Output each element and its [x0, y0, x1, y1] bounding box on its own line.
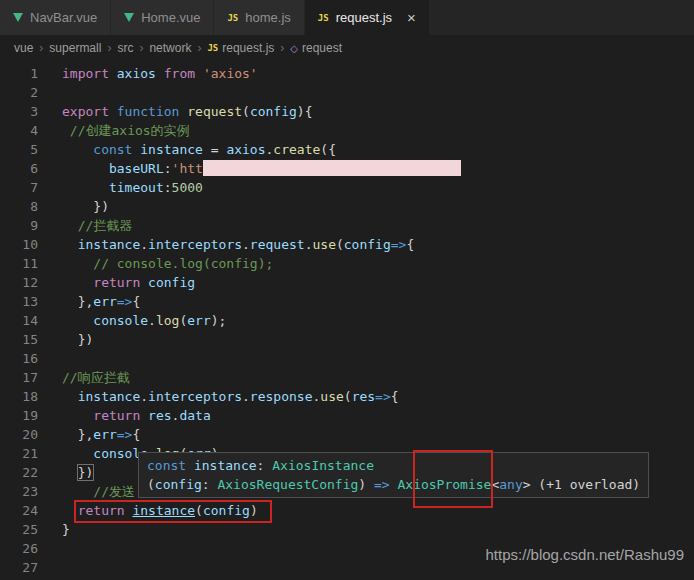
code-token — [62, 408, 93, 423]
code-token — [62, 142, 93, 157]
line-number: 7 — [0, 178, 38, 197]
code-token — [62, 313, 93, 328]
code-line-5[interactable]: const instance = axios.create({ — [62, 140, 461, 159]
code-token — [109, 104, 117, 119]
breadcrumb-separator: › — [280, 41, 284, 55]
tooltip-line: const instance: AxiosInstance — [147, 456, 640, 475]
code-area[interactable]: import axios from 'axios'export function… — [62, 64, 461, 577]
breadcrumb-item-supermall[interactable]: supermall — [49, 41, 101, 55]
code-line-6[interactable]: baseURL:'htt — [62, 159, 461, 178]
code-token: config — [148, 275, 195, 290]
js-file-icon: JS — [207, 43, 218, 53]
code-token: res — [148, 408, 171, 423]
breadcrumb-item-request[interactable]: ◇request — [290, 41, 342, 55]
code-line-24[interactable]: return instance(config) — [62, 501, 461, 520]
code-line-15[interactable]: }) — [62, 330, 461, 349]
code-line-18[interactable]: instance.interceptors.response.use(res=>… — [62, 387, 461, 406]
vue-file-icon — [124, 13, 134, 22]
code-token: ) — [358, 477, 374, 492]
code-token — [156, 66, 164, 81]
breadcrumb-separator: › — [139, 41, 143, 55]
breadcrumb-item-src[interactable]: src — [117, 41, 133, 55]
code-token: axios — [117, 66, 156, 81]
line-number: 6 — [0, 159, 38, 178]
code-line-26[interactable] — [62, 539, 461, 558]
breadcrumb-item-network[interactable]: network — [149, 41, 191, 55]
code-token: request — [250, 237, 305, 252]
line-number: 1 — [0, 64, 38, 83]
breadcrumb-item-vue[interactable]: vue — [14, 41, 33, 55]
code-token: : — [257, 458, 273, 473]
code-token: : — [202, 477, 218, 492]
breadcrumb-separator: › — [107, 41, 111, 55]
code-line-7[interactable]: timeout:5000 — [62, 178, 461, 197]
code-token — [140, 275, 148, 290]
code-token: : — [164, 180, 172, 195]
code-token: instance — [140, 142, 203, 157]
code-token — [62, 237, 78, 252]
tab-home-vue[interactable]: Home.vue — [111, 0, 214, 35]
code-token: config — [155, 477, 202, 492]
breadcrumb-label: supermall — [49, 41, 101, 55]
code-token: err — [187, 313, 210, 328]
tab-home-js[interactable]: JShome.js — [214, 0, 304, 35]
code-line-19[interactable]: return res.data — [62, 406, 461, 425]
code-token: . — [140, 389, 148, 404]
code-line-2[interactable] — [62, 83, 461, 102]
tab-request-js[interactable]: JSrequest.js× — [305, 0, 430, 35]
hover-tooltip: const instance: AxiosInstance(config: Ax… — [138, 452, 649, 498]
code-token: => — [375, 389, 391, 404]
breadcrumb-separator: › — [39, 41, 43, 55]
code-token — [140, 408, 148, 423]
code-line-25[interactable]: } — [62, 520, 461, 539]
code-line-27[interactable] — [62, 558, 461, 577]
code-token: function — [117, 104, 180, 119]
tab-label: NavBar.vue — [30, 10, 97, 25]
breadcrumb: vue›supermall›src›network›JSrequest.js›◇… — [0, 35, 694, 61]
code-token: instance — [194, 458, 257, 473]
code-line-17[interactable]: //响应拦截 — [62, 368, 461, 387]
code-token: AxiosPromise — [397, 477, 491, 492]
code-token: from — [164, 66, 195, 81]
code-token: data — [179, 408, 210, 423]
code-line-4[interactable]: //创建axios的实例 — [62, 121, 461, 140]
code-line-12[interactable]: return config — [62, 273, 461, 292]
tab-label: request.js — [336, 10, 392, 25]
close-icon[interactable]: × — [407, 10, 416, 25]
line-number: 10 — [0, 235, 38, 254]
code-token — [62, 465, 78, 480]
code-token: . — [242, 389, 250, 404]
code-line-20[interactable]: },err=>{ — [62, 425, 461, 444]
code-editor[interactable]: 1234567891011121314151617181920212223242… — [0, 61, 694, 580]
code-line-8[interactable]: }) — [62, 197, 461, 216]
code-token: ( — [195, 503, 203, 518]
code-token: instance — [78, 389, 141, 404]
code-line-14[interactable]: console.log(err); — [62, 311, 461, 330]
code-line-13[interactable]: },err=>{ — [62, 292, 461, 311]
code-line-16[interactable] — [62, 349, 461, 368]
code-token: res — [352, 389, 375, 404]
code-token: ( — [336, 237, 344, 252]
line-number: 24 — [0, 501, 38, 520]
code-line-9[interactable]: //拦截器 — [62, 216, 461, 235]
tab-navbar-vue[interactable]: NavBar.vue — [0, 0, 111, 35]
code-line-11[interactable]: // console.log(config); — [62, 254, 461, 273]
code-token: AxiosRequestConfig — [217, 477, 358, 492]
line-number: 8 — [0, 197, 38, 216]
code-token: //创建axios的实例 — [62, 123, 190, 138]
code-line-1[interactable]: import axios from 'axios' — [62, 64, 461, 83]
code-token — [62, 275, 93, 290]
code-token: ( — [242, 104, 250, 119]
code-token: return — [93, 408, 140, 423]
line-number: 11 — [0, 254, 38, 273]
instance-definition-link[interactable]: instance — [132, 503, 195, 518]
line-number: 25 — [0, 520, 38, 539]
code-token — [62, 161, 109, 176]
code-token: => — [391, 237, 407, 252]
breadcrumb-item-request-js[interactable]: JSrequest.js — [207, 41, 274, 55]
code-line-3[interactable]: export function request(config){ — [62, 102, 461, 121]
code-line-10[interactable]: instance.interceptors.request.use(config… — [62, 235, 461, 254]
code-token: instance — [78, 237, 141, 252]
breadcrumb-separator: › — [197, 41, 201, 55]
code-token: use — [320, 389, 343, 404]
